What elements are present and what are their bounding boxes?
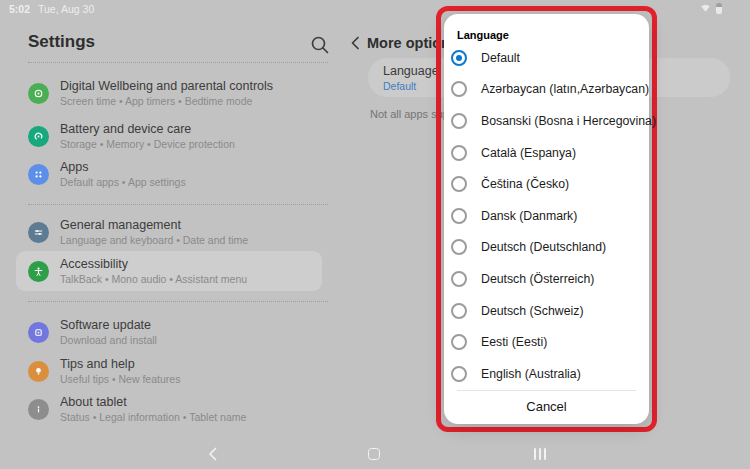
divider [28,62,328,63]
item-title: Tips and help [60,357,180,371]
language-option-eesti[interactable]: Eesti (Eesti) [444,326,649,358]
nav-back-button[interactable] [206,446,220,462]
option-label: Català (Espanya) [481,146,576,160]
radio-icon [451,176,467,192]
status-time: 5:02 [9,3,30,15]
search-icon [308,33,332,57]
recents-button-icon[interactable] [534,448,546,460]
language-option-default[interactable]: Default [444,42,649,74]
item-title: Software update [60,318,157,332]
item-title: Apps [60,160,186,174]
status-date: Tue, Aug 30 [38,3,94,15]
item-title: Battery and device care [60,122,235,136]
item-subtitle: Download and install [60,334,157,346]
sidebar-item-tips-and-help[interactable]: Tips and help Useful tips • New features [28,354,328,388]
sidebar-item-software-update[interactable]: Software update Download and install [28,315,328,349]
item-title: About tablet [60,395,246,409]
language-option-catala[interactable]: Català (Espanya) [444,137,649,169]
language-option-english-australia[interactable]: English (Australia) [444,358,649,390]
general-management-icon [28,222,49,243]
option-label: Eesti (Eesti) [481,335,547,349]
option-label: English (Australia) [481,367,581,381]
status-icons [700,3,722,14]
battery-care-icon [28,126,49,147]
option-label: Dansk (Danmark) [481,209,577,223]
chevron-left-icon [348,35,364,51]
accessibility-icon [28,261,49,282]
item-title: General management [60,218,248,232]
sidebar-item-apps[interactable]: Apps Default apps • App settings [28,157,328,191]
language-option-deutsch-oesterreich[interactable]: Deutsch (Österreich) [444,263,649,295]
radio-icon [451,271,467,287]
item-subtitle: Useful tips • New features [60,373,180,385]
battery-icon [716,3,722,14]
option-label: Azərbaycan (latın,Azərbaycan) [481,82,649,96]
language-options-list: Default Azərbaycan (latın,Azərbaycan) Bo… [444,42,649,390]
radio-icon [451,81,467,97]
item-subtitle: TalkBack • Mono audio • Assistant menu [60,273,247,285]
back-button[interactable] [348,35,364,51]
language-option-deutsch-deutschland[interactable]: Deutsch (Deutschland) [444,232,649,264]
about-icon [28,399,49,420]
divider [28,301,328,302]
sidebar-item-about-tablet[interactable]: About tablet Status • Legal information … [28,392,328,426]
item-subtitle: Screen time • App timers • Bedtime mode [60,95,273,107]
radio-icon [451,113,467,129]
item-title: Accessibility [60,257,247,271]
option-label: Čeština (Česko) [481,177,569,191]
wifi-icon [700,3,711,14]
wellbeing-icon [28,83,49,104]
home-button-icon[interactable] [368,448,380,460]
radio-icon [451,208,467,224]
language-option-deutsch-schweiz[interactable]: Deutsch (Schweiz) [444,295,649,327]
language-option-dansk[interactable]: Dansk (Danmark) [444,200,649,232]
radio-icon [451,366,467,382]
option-label: Bosanski (Bosna i Hercegovina) [481,114,656,128]
page-title: Settings [28,32,95,52]
language-dialog: Language Default Azərbaycan (latın,Azərb… [444,14,649,424]
back-chevron-icon [206,446,220,462]
navigation-bar [0,440,750,469]
option-label: Deutsch (Schweiz) [481,304,584,318]
item-subtitle: Storage • Memory • Device protection [60,138,235,150]
sidebar-item-general-management[interactable]: General management Language and keyboard… [28,215,328,249]
apps-icon [28,164,49,185]
sidebar-item-accessibility[interactable]: Accessibility TalkBack • Mono audio • As… [16,251,322,291]
item-subtitle: Language and keyboard • Date and time [60,234,248,246]
option-label: Deutsch (Österreich) [481,272,594,286]
item-subtitle: Default apps • App settings [60,176,186,188]
language-option-cestina[interactable]: Čeština (Česko) [444,168,649,200]
radio-icon [451,303,467,319]
sidebar-item-battery-device-care[interactable]: Battery and device care Storage • Memory… [28,119,328,153]
cancel-button[interactable]: Cancel [444,391,649,424]
item-subtitle: Status • Legal information • Tablet name [60,411,246,423]
option-label: Deutsch (Deutschland) [481,240,606,254]
option-label: Default [481,51,520,65]
item-title: Digital Wellbeing and parental controls [60,79,273,93]
language-option-bosanski[interactable]: Bosanski (Bosna i Hercegovina) [444,105,649,137]
software-update-icon [28,322,49,343]
search-button[interactable] [308,33,332,57]
radio-icon [451,239,467,255]
radio-icon [451,145,467,161]
radio-icon [451,50,467,66]
radio-icon [451,334,467,350]
tablet-screen: 5:02 Tue, Aug 30 Settings Digital Wellbe… [0,0,750,469]
divider [28,204,328,205]
settings-panel: Settings Digital Wellbeing and parental … [0,18,345,469]
dialog-title: Language [457,29,509,41]
sidebar-item-digital-wellbeing[interactable]: Digital Wellbeing and parental controls … [28,76,328,110]
language-option-azerbaycan[interactable]: Azərbaycan (latın,Azərbaycan) [444,74,649,106]
tips-icon [28,361,49,382]
